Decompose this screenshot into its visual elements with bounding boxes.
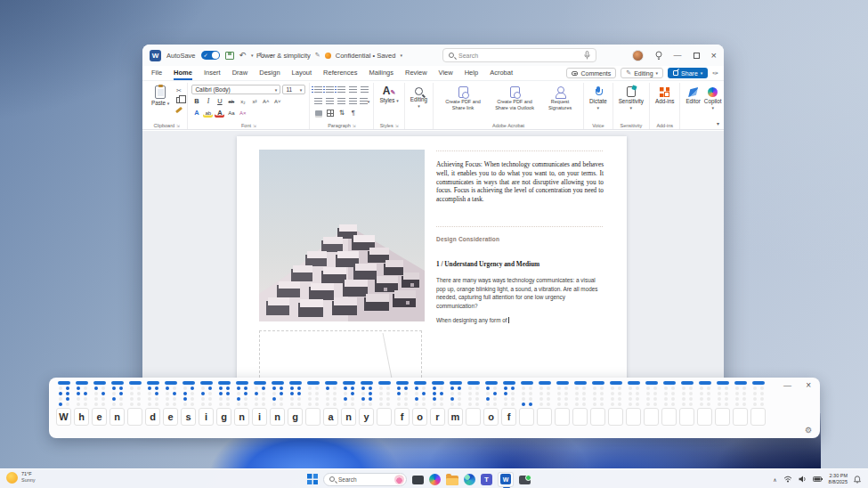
format-painter-icon[interactable] xyxy=(174,106,183,114)
braille-routing-bar[interactable] xyxy=(592,381,604,385)
superscript-button[interactable]: x² xyxy=(249,96,259,106)
strikethrough-button[interactable]: ab xyxy=(226,96,236,106)
braille-routing-bar[interactable] xyxy=(165,381,177,385)
display-app-icon[interactable] xyxy=(519,476,531,484)
borders-button[interactable] xyxy=(325,108,335,118)
shading-button[interactable] xyxy=(313,108,323,118)
teams-app-icon[interactable]: T xyxy=(481,474,492,485)
mic-icon[interactable] xyxy=(584,51,590,60)
italic-button[interactable]: I xyxy=(203,96,213,106)
tab-home[interactable]: Home xyxy=(174,69,192,80)
braille-routing-bar[interactable] xyxy=(272,381,284,385)
paragraph-when-designing[interactable]: When designing any form of xyxy=(436,317,509,323)
word-search-box[interactable]: Search xyxy=(442,48,596,62)
braille-routing-bar[interactable] xyxy=(236,381,248,385)
tab-file[interactable]: File xyxy=(151,69,162,80)
tab-design[interactable]: Design xyxy=(259,69,280,80)
braille-routing-bar[interactable] xyxy=(396,381,409,385)
document-page[interactable]: Achieving Focus: When technology communi… xyxy=(237,136,627,413)
justify-button[interactable] xyxy=(348,96,358,106)
multilevel-list-button[interactable] xyxy=(337,85,346,94)
share-button[interactable]: Share ▾ xyxy=(668,68,708,78)
font-size-combo[interactable]: 11▾ xyxy=(282,85,305,94)
status-dropdown-icon[interactable]: ▾ xyxy=(400,53,402,58)
braille-routing-bar[interactable] xyxy=(752,381,765,385)
braille-routing-bar[interactable] xyxy=(663,381,676,385)
copilot-app-icon[interactable] xyxy=(429,474,441,485)
request-signatures-button[interactable]: Request Signatures xyxy=(540,84,580,113)
braille-routing-bar[interactable] xyxy=(254,381,266,385)
tab-layout[interactable]: Layout xyxy=(292,69,312,80)
braille-close-button[interactable]: × xyxy=(806,380,811,390)
building-photo[interactable] xyxy=(259,150,425,321)
braille-routing-bar[interactable] xyxy=(539,381,551,385)
pen-nib-icon[interactable]: ✑ xyxy=(712,69,718,77)
taskbar-search-box[interactable]: Search xyxy=(323,473,407,486)
autosave-toggle[interactable] xyxy=(201,51,220,60)
align-right-button[interactable] xyxy=(337,96,346,106)
braille-routing-bar[interactable] xyxy=(129,381,142,385)
braille-routing-bar[interactable] xyxy=(200,381,213,385)
braille-routing-bar[interactable] xyxy=(734,381,747,385)
braille-routing-bar[interactable] xyxy=(58,381,70,385)
bold-button[interactable]: B xyxy=(191,96,201,106)
lightbulb-icon[interactable] xyxy=(655,51,662,61)
tab-help[interactable]: Help xyxy=(465,69,478,80)
create-pdf-share-link-button[interactable]: Create PDF and Share link xyxy=(437,84,489,113)
undo-icon[interactable]: ↶ xyxy=(239,52,247,60)
braille-minimize-button[interactable]: — xyxy=(783,381,791,390)
paragraph-many-ways[interactable]: There are many ways ways technology comm… xyxy=(436,276,604,310)
braille-routing-bar[interactable] xyxy=(467,381,480,385)
volume-icon[interactable] xyxy=(799,476,807,483)
addins-button[interactable]: Add-ins xyxy=(653,84,676,106)
subscript-button[interactable]: x₂ xyxy=(238,96,247,106)
notification-bell-icon[interactable] xyxy=(854,476,861,484)
start-button[interactable] xyxy=(307,474,318,484)
taskbar-weather-widget[interactable]: 71°F Sunny xyxy=(6,471,36,484)
collapse-ribbon-icon[interactable]: ▾ xyxy=(717,120,719,126)
clock[interactable]: 2:30 PM 8/8/2025 xyxy=(829,473,848,485)
decrease-indent-button[interactable] xyxy=(348,85,358,94)
braille-routing-bar[interactable] xyxy=(76,381,88,385)
tab-review[interactable]: Review xyxy=(405,69,427,80)
clear-formatting-button[interactable]: A× xyxy=(238,108,247,118)
document-status[interactable]: Confidential • Saved xyxy=(336,52,396,60)
network-icon[interactable] xyxy=(783,476,792,483)
sort-button[interactable]: ⇅ xyxy=(337,108,346,118)
editor-button[interactable]: Editor xyxy=(684,84,702,112)
change-case-button[interactable]: Aa xyxy=(226,108,236,118)
create-pdf-share-outlook-button[interactable]: Create PDF and Share via Outlook xyxy=(489,84,540,113)
braille-routing-bar[interactable] xyxy=(343,381,355,385)
braille-routing-bar[interactable] xyxy=(556,381,569,385)
editing-button[interactable]: Editing ▾ xyxy=(409,84,429,110)
maximize-button[interactable] xyxy=(694,53,700,59)
braille-routing-bar[interactable] xyxy=(378,381,391,385)
minimize-button[interactable]: — xyxy=(674,52,682,60)
line-spacing-button[interactable]: ▾ xyxy=(360,96,369,106)
close-button[interactable]: × xyxy=(711,51,717,61)
braille-routing-bar[interactable] xyxy=(147,381,159,385)
align-center-button[interactable] xyxy=(325,96,335,106)
braille-settings-gear-icon[interactable]: ⚙ xyxy=(805,426,812,435)
tab-references[interactable]: References xyxy=(323,69,357,80)
braille-routing-bar[interactable] xyxy=(699,381,711,385)
copy-icon[interactable] xyxy=(174,96,183,104)
braille-routing-bar[interactable] xyxy=(183,381,195,385)
braille-routing-bar[interactable] xyxy=(645,381,658,385)
user-avatar[interactable] xyxy=(632,50,644,61)
braille-routing-bar[interactable] xyxy=(628,381,640,385)
bullets-button[interactable] xyxy=(313,85,323,94)
heading-design-consideration[interactable]: Design Consideration xyxy=(436,236,499,242)
copilot-button[interactable]: Copilot ▾ xyxy=(702,84,724,112)
braille-routing-bar[interactable] xyxy=(218,381,231,385)
edge-app-icon[interactable] xyxy=(464,474,475,485)
comments-button[interactable]: Comments xyxy=(566,68,616,78)
highlight-color-button[interactable]: ab xyxy=(203,108,213,118)
editing-mode-button[interactable]: ✎ Editing ▾ xyxy=(621,68,663,78)
braille-routing-bar[interactable] xyxy=(414,381,426,385)
device-app-icon[interactable] xyxy=(412,476,424,484)
braille-routing-bar[interactable] xyxy=(503,381,515,385)
hidden-icons-chevron[interactable]: ∧ xyxy=(773,476,776,483)
tab-insert[interactable]: Insert xyxy=(204,69,221,80)
tab-view[interactable]: View xyxy=(439,69,453,80)
